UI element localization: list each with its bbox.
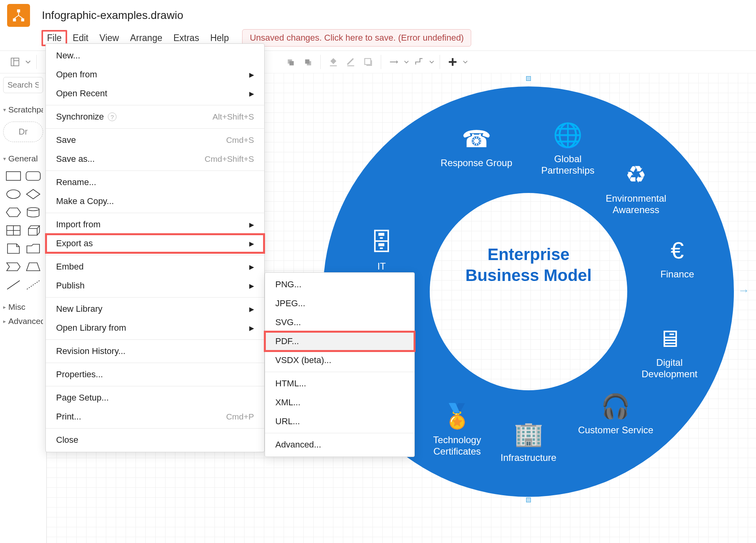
- file-menu-properties-[interactable]: Properties...: [46, 365, 264, 384]
- award-icon: 🏅: [417, 402, 496, 431]
- ring-label: IT: [342, 261, 421, 272]
- chevron-down-icon[interactable]: [402, 54, 410, 70]
- export-xml-[interactable]: XML...: [265, 393, 414, 412]
- file-menu-open-from[interactable]: Open from▶: [46, 65, 264, 84]
- shape-table[interactable]: [5, 223, 22, 238]
- ring-label: Finance: [638, 269, 717, 280]
- fill-color-icon[interactable]: [325, 54, 342, 70]
- shape-dashed-line[interactable]: [24, 278, 42, 292]
- shape-note[interactable]: [5, 242, 22, 256]
- file-menu-revision-history-[interactable]: Revision History...: [46, 342, 264, 361]
- svg-rect-7: [290, 61, 294, 66]
- chevron-down-icon[interactable]: [428, 54, 436, 70]
- export-url-[interactable]: URL...: [265, 412, 414, 431]
- chevron-right-icon: ▶: [249, 71, 254, 79]
- layout-icon[interactable]: [6, 54, 24, 70]
- file-menu-close[interactable]: Close: [46, 431, 264, 449]
- export-jpeg-[interactable]: JPEG...: [265, 294, 414, 313]
- ring-environmental-awareness[interactable]: ♻Environmental Awareness: [596, 161, 675, 216]
- ring-label: Technology Certificates: [417, 434, 496, 457]
- search-input[interactable]: [3, 77, 43, 93]
- ring-global-partnerships[interactable]: 🌐Global Partnerships: [528, 121, 607, 176]
- ring-technology-certificates[interactable]: 🏅Technology Certificates: [417, 402, 496, 457]
- shape-rounded[interactable]: [24, 169, 42, 183]
- shape-ellipse[interactable]: [5, 187, 22, 201]
- ring-finance[interactable]: €Finance: [638, 236, 717, 280]
- document-title[interactable]: Infographic-examples.drawio: [42, 9, 183, 22]
- ring-label: Digital Development: [630, 357, 709, 380]
- chevron-right-icon: ▶: [249, 263, 254, 271]
- file-menu-import-from[interactable]: Import from▶: [46, 215, 264, 234]
- svg-rect-16: [6, 172, 21, 180]
- scratchpad-dropzone[interactable]: Dr: [3, 122, 43, 142]
- ring-label: Environmental Awareness: [596, 193, 675, 216]
- phone-group-icon: ☎: [437, 125, 516, 154]
- misc-section[interactable]: Misc: [3, 300, 43, 314]
- shape-folder[interactable]: [24, 242, 42, 256]
- file-menu-publish[interactable]: Publish▶: [46, 276, 264, 295]
- svg-line-24: [27, 281, 39, 289]
- connection-icon[interactable]: [385, 54, 402, 70]
- file-menu-save[interactable]: SaveCmd+S: [46, 131, 264, 150]
- svg-rect-2: [21, 19, 24, 22]
- export-svg-[interactable]: SVG...: [265, 313, 414, 332]
- database-icon: 🗄: [342, 228, 421, 257]
- export-pdf-[interactable]: PDF...: [265, 332, 414, 351]
- ring-label: Global Partnerships: [528, 154, 607, 176]
- file-menu-make-a-copy-[interactable]: Make a Copy...: [46, 192, 264, 211]
- file-menu-save-as-[interactable]: Save as...Cmd+Shift+S: [46, 150, 264, 169]
- ring-label: Response Group: [437, 157, 516, 169]
- shape-step[interactable]: [5, 260, 22, 274]
- ring-digital-development[interactable]: 🖥Digital Development: [630, 325, 709, 380]
- export-vsdx-beta-[interactable]: VSDX (beta)...: [265, 351, 414, 370]
- file-menu-print-[interactable]: Print...Cmd+P: [46, 407, 264, 426]
- to-back-icon[interactable]: [282, 54, 299, 70]
- file-menu-embed[interactable]: Embed▶: [46, 257, 264, 276]
- svg-rect-17: [26, 172, 40, 180]
- to-front-icon[interactable]: [299, 54, 316, 70]
- scratchpad-section[interactable]: Scratchpad: [3, 103, 43, 117]
- insert-icon[interactable]: [444, 54, 461, 70]
- file-menu-new-[interactable]: New...: [46, 46, 264, 65]
- svg-line-23: [7, 281, 20, 289]
- shape-rectangle[interactable]: [5, 169, 22, 183]
- svg-rect-11: [347, 66, 354, 66]
- line-color-icon[interactable]: [342, 54, 359, 70]
- app-logo[interactable]: [7, 4, 30, 27]
- chevron-right-icon: ▶: [249, 282, 254, 290]
- file-menu-open-library-from[interactable]: Open Library from▶: [46, 318, 264, 337]
- shape-line[interactable]: [5, 278, 22, 292]
- file-menu-rename-[interactable]: Rename...: [46, 173, 264, 192]
- shape-diamond[interactable]: [24, 187, 42, 201]
- ring-response-group[interactable]: ☎Response Group: [437, 125, 516, 169]
- file-menu-open-recent[interactable]: Open Recent▶: [46, 84, 264, 103]
- chevron-down-icon[interactable]: [461, 54, 469, 70]
- chevron-right-icon: ▶: [249, 240, 254, 247]
- export-png-[interactable]: PNG...: [265, 275, 414, 294]
- svg-rect-0: [17, 9, 20, 13]
- ring-infrastructure[interactable]: 🏢Infrastructure: [489, 420, 568, 464]
- shape-hexagon[interactable]: [5, 205, 22, 219]
- shape-trapezoid[interactable]: [24, 260, 42, 274]
- recycle-icon: ♻: [596, 161, 675, 189]
- ring-it[interactable]: 🗄IT: [342, 228, 421, 272]
- shape-cylinder[interactable]: [24, 205, 42, 219]
- file-menu-page-setup-[interactable]: Page Setup...: [46, 388, 264, 407]
- file-menu-new-library[interactable]: New Library▶: [46, 300, 264, 318]
- export-html-[interactable]: HTML...: [265, 374, 414, 393]
- svg-rect-12: [365, 58, 370, 64]
- shadow-icon[interactable]: [359, 54, 377, 70]
- chevron-down-icon[interactable]: [24, 54, 32, 70]
- waypoints-icon[interactable]: [410, 54, 428, 70]
- file-menu-export-as[interactable]: Export as▶: [46, 234, 264, 253]
- export-advanced-[interactable]: Advanced...: [265, 435, 414, 454]
- euro-icon: €: [638, 236, 717, 265]
- general-section[interactable]: General: [3, 152, 43, 166]
- help-icon[interactable]: ?: [108, 112, 117, 121]
- file-menu-synchronize[interactable]: Synchronize?Alt+Shift+S: [46, 107, 264, 126]
- file-menu-dropdown: New...Open from▶Open Recent▶Synchronize?…: [45, 43, 265, 452]
- ring-customer-service[interactable]: 🎧Customer Service: [576, 392, 655, 436]
- unsaved-notice[interactable]: Unsaved changes. Click here to save. (Er…: [242, 29, 471, 47]
- shape-cube[interactable]: [24, 223, 42, 238]
- advanced-section[interactable]: Advanced: [3, 314, 43, 328]
